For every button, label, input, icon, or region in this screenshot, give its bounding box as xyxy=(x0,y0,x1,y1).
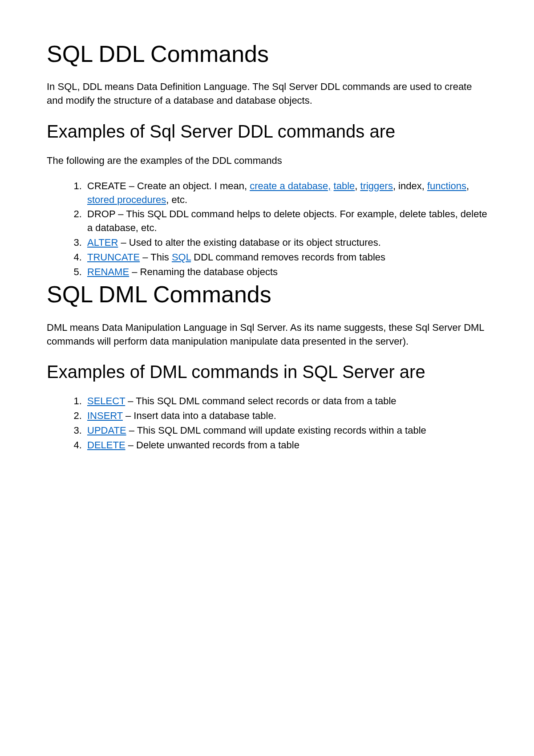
list-item: CREATE – Create an object. I mean, creat… xyxy=(85,179,487,207)
text: , xyxy=(355,180,360,191)
text: CREATE – Create an object. I mean, xyxy=(87,180,250,191)
text: – Used to alter the existing database or… xyxy=(118,237,381,248)
link-select[interactable]: SELECT xyxy=(87,395,125,406)
text: – Delete unwanted records from a table xyxy=(125,439,299,451)
list-dml-examples: SELECT – This SQL DML command select rec… xyxy=(47,394,487,452)
paragraph-dml-intro: DML means Data Manipulation Language in … xyxy=(47,321,487,349)
link-triggers[interactable]: triggers xyxy=(360,180,393,191)
link-truncate[interactable]: TRUNCATE xyxy=(87,252,140,263)
text: – This SQL DML command will update exist… xyxy=(126,425,426,436)
heading-dml-commands: SQL DML Commands xyxy=(47,280,487,308)
list-item: UPDATE – This SQL DML command will updat… xyxy=(85,424,487,438)
text: – Insert data into a database table. xyxy=(123,410,276,421)
text: , etc. xyxy=(166,194,187,205)
link-rename[interactable]: RENAME xyxy=(87,266,129,277)
link-alter[interactable]: ALTER xyxy=(87,237,118,248)
list-item: RENAME – Renaming the database objects xyxy=(85,265,487,279)
heading-ddl-examples: Examples of Sql Server DDL commands are xyxy=(47,120,487,142)
text: – Renaming the database objects xyxy=(129,266,278,277)
list-item: SELECT – This SQL DML command select rec… xyxy=(85,394,487,408)
list-ddl-examples: CREATE – Create an object. I mean, creat… xyxy=(47,179,487,279)
heading-dml-examples: Examples of DML commands in SQL Server a… xyxy=(47,361,487,383)
link-delete[interactable]: DELETE xyxy=(87,439,125,451)
link-stored-procedures[interactable]: stored procedures xyxy=(87,194,166,205)
link-update[interactable]: UPDATE xyxy=(87,425,126,436)
list-item: DROP – This SQL DDL command helps to del… xyxy=(85,207,487,235)
list-item: TRUNCATE – This SQL DDL command removes … xyxy=(85,251,487,264)
text: – This xyxy=(140,252,172,263)
list-item: DELETE – Delete unwanted records from a … xyxy=(85,439,487,452)
text: – This SQL DML command select records or… xyxy=(125,395,396,406)
paragraph-ddl-intro: In SQL, DDL means Data Definition Langua… xyxy=(47,80,487,108)
text: , xyxy=(466,180,469,191)
link-insert[interactable]: INSERT xyxy=(87,410,123,421)
list-item: INSERT – Insert data into a database tab… xyxy=(85,409,487,423)
text: , index, xyxy=(393,180,427,191)
link-sql[interactable]: SQL xyxy=(172,252,191,263)
link-create-database[interactable]: create a database, xyxy=(250,180,331,191)
paragraph-ddl-lead: The following are the examples of the DD… xyxy=(47,154,487,168)
link-table[interactable]: table xyxy=(334,180,355,191)
heading-ddl-commands: SQL DDL Commands xyxy=(47,40,487,68)
text: DDL command removes records from tables xyxy=(191,252,385,263)
link-functions[interactable]: functions xyxy=(427,180,466,191)
list-item: ALTER – Used to alter the existing datab… xyxy=(85,236,487,250)
